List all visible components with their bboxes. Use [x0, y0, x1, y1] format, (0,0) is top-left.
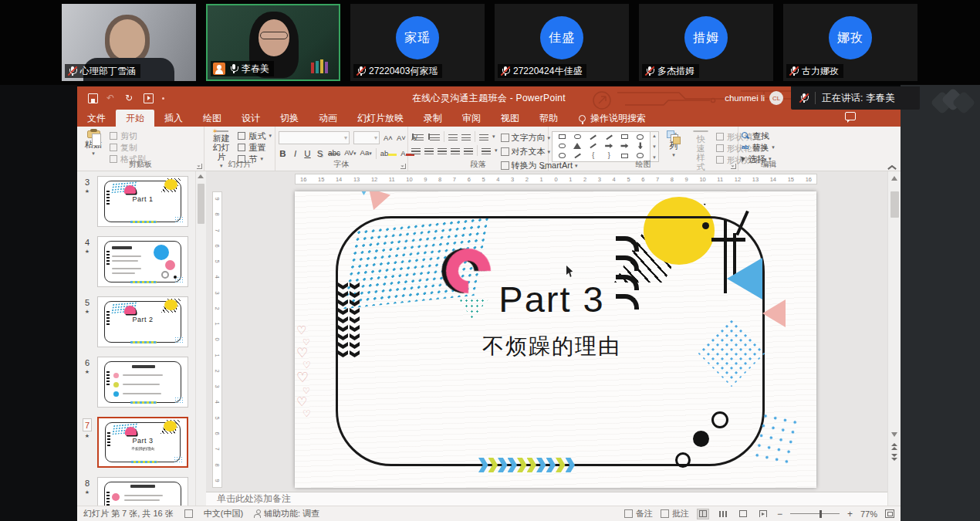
paste-button[interactable]: 粘贴 ▾ [80, 129, 106, 160]
columns-icon[interactable] [482, 147, 491, 154]
tab-绘图[interactable]: 绘图 [193, 110, 231, 127]
reading-view-button[interactable] [737, 509, 749, 519]
thumbnail-scrollbar[interactable] [195, 171, 206, 506]
copy-button[interactable]: 复制 [110, 143, 146, 152]
increase-font-icon[interactable]: A˄ [384, 133, 393, 144]
increase-indent-icon[interactable] [461, 133, 471, 140]
shape-option-icon[interactable] [559, 134, 566, 139]
tab-文件[interactable]: 文件 [77, 110, 116, 127]
shape-option-icon[interactable] [621, 134, 628, 139]
redo-icon[interactable]: ↻ [125, 93, 135, 103]
previous-slide-button[interactable] [891, 443, 898, 449]
vertical-scrollbar[interactable] [887, 171, 901, 506]
comments-toggle-button[interactable]: 批注 [661, 508, 689, 519]
shape-option-icon[interactable] [590, 134, 596, 139]
cut-button[interactable]: 剪切 [110, 131, 146, 140]
shape-option-icon[interactable] [606, 134, 612, 139]
scroll-down-icon[interactable] [891, 432, 897, 437]
decrease-font-icon[interactable]: A˅ [397, 133, 406, 144]
tab-动画[interactable]: 动画 [309, 110, 347, 127]
notes-pane[interactable]: 单击此处添加备注 [206, 492, 887, 506]
slide-thumbnail-7[interactable]: Part 3不烦躁的理由 [97, 417, 188, 468]
font-size-select[interactable]: ▾ [353, 131, 380, 144]
slide-sorter-view-button[interactable] [717, 509, 729, 519]
underline-button[interactable]: U [303, 148, 312, 159]
collapse-ribbon-icon[interactable] [887, 164, 894, 168]
zoom-in-button[interactable]: + [847, 509, 853, 519]
participant-tile[interactable]: 李春美 [206, 4, 340, 81]
shape-option-icon[interactable] [638, 142, 643, 149]
highlight-color-button[interactable]: ab [380, 148, 397, 159]
next-slide-button[interactable] [891, 454, 898, 460]
comments-bubble-icon[interactable] [845, 112, 856, 120]
replace-button[interactable]: ab替换▾ [742, 143, 775, 152]
clipboard-dialog-launcher[interactable] [197, 164, 202, 169]
scrollbar-thumb[interactable] [890, 191, 899, 218]
zoom-slider[interactable] [790, 513, 840, 515]
new-slide-button[interactable]: 新建幻灯片 ▾ [208, 129, 235, 160]
language-indicator[interactable]: 中文(中国) [204, 508, 243, 519]
accessibility-status[interactable]: 辅助功能: 调查 [254, 508, 319, 519]
font-name-select[interactable]: ▾ [279, 131, 350, 144]
tab-插入[interactable]: 插入 [154, 110, 193, 127]
slide-thumbnail-5[interactable]: Part 2 [97, 296, 188, 347]
account-area[interactable]: chunmei li CL [725, 86, 783, 110]
shape-option-icon[interactable]: } [608, 152, 610, 159]
current-slide[interactable]: ♡♡♡♡♡♡♡♡ Part 3 不烦躁的理由 [295, 191, 816, 488]
undo-icon[interactable]: ↶ [106, 93, 117, 103]
strikethrough-button[interactable]: abc [328, 148, 340, 159]
zoom-level[interactable]: 77% [860, 509, 877, 519]
fit-slide-to-window-icon[interactable] [885, 509, 894, 518]
bold-button[interactable]: B [279, 148, 287, 159]
slide-thumbnail-4[interactable] [97, 236, 188, 287]
decrease-indent-icon[interactable] [448, 133, 458, 140]
tell-me-search[interactable]: 操作说明搜索 [579, 110, 646, 127]
shape-option-icon[interactable] [605, 144, 613, 148]
align-right-icon[interactable] [438, 147, 447, 154]
justify-icon[interactable] [451, 147, 460, 154]
shape-gallery[interactable]: {} [552, 131, 651, 162]
distribute-icon[interactable] [464, 147, 473, 154]
tab-视图[interactable]: 视图 [491, 110, 529, 127]
tab-设计[interactable]: 设计 [231, 110, 270, 127]
shape-option-icon[interactable] [574, 134, 581, 139]
shape-gallery-scroll[interactable]: ▲▼▼ [651, 131, 659, 162]
notes-toggle-button[interactable]: 备注 [624, 508, 653, 519]
slide-title[interactable]: Part 3 [336, 278, 768, 320]
participant-tile[interactable]: 家瑶27220403何家瑶 [350, 4, 485, 81]
find-button[interactable]: 查找 [742, 131, 775, 140]
tab-幻灯片放映[interactable]: 幻灯片放映 [347, 110, 414, 127]
drawing-dialog-launcher[interactable] [731, 164, 736, 169]
change-case-button[interactable]: Aa▾ [360, 147, 372, 159]
text-shadow-button[interactable]: S [316, 148, 324, 159]
participant-tile[interactable]: 措姆多杰措姆 [639, 4, 773, 81]
scroll-up-icon[interactable] [891, 176, 897, 181]
save-icon[interactable] [88, 93, 98, 103]
start-slideshow-icon[interactable] [144, 93, 154, 103]
scroll-up-icon[interactable] [198, 174, 204, 178]
customize-qat-icon[interactable] [162, 97, 164, 100]
shape-option-icon[interactable] [559, 153, 566, 158]
tab-切换[interactable]: 切换 [270, 110, 309, 127]
shape-option-icon[interactable] [620, 144, 628, 148]
shape-option-icon[interactable] [574, 153, 580, 157]
slide-thumbnail-3[interactable]: Part 1 [97, 176, 188, 227]
slide-thumbnail-6[interactable] [97, 357, 188, 408]
layout-button[interactable]: 版式▾ [238, 131, 272, 140]
tab-开始[interactable]: 开始 [116, 110, 154, 127]
shape-option-icon[interactable] [590, 144, 596, 148]
muted-mic-icon[interactable] [799, 93, 809, 103]
participant-tile[interactable]: 娜孜古力娜孜 [783, 4, 917, 81]
shape-option-icon[interactable] [573, 143, 581, 149]
shape-option-icon[interactable] [621, 154, 628, 158]
italic-button[interactable]: I [291, 148, 299, 159]
paragraph-dialog-launcher[interactable] [541, 164, 546, 169]
reset-button[interactable]: 重置 [238, 143, 272, 152]
zoom-out-button[interactable]: − [777, 509, 782, 519]
tab-帮助[interactable]: 帮助 [529, 110, 568, 127]
spellcheck-icon[interactable] [184, 509, 193, 518]
character-spacing-button[interactable]: AV▾ [344, 147, 356, 159]
shape-option-icon[interactable] [559, 144, 566, 148]
quick-styles-button[interactable]: 快速样式▾ [688, 129, 713, 160]
bullets-icon[interactable] [414, 133, 424, 140]
